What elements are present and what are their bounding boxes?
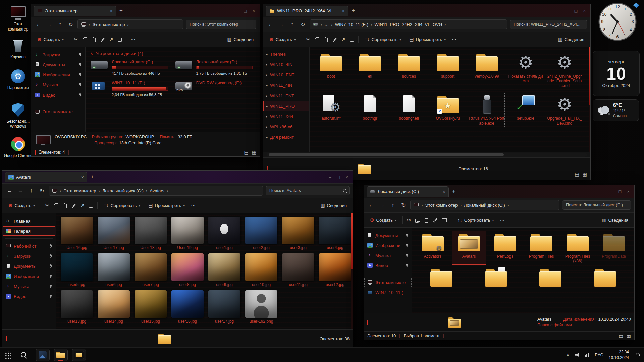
delete-icon[interactable] bbox=[88, 203, 93, 208]
expand-icon[interactable]: ▸ bbox=[266, 115, 268, 118]
file-item[interactable]: efi bbox=[352, 51, 388, 89]
file-item[interactable]: OVGorskiy.ru bbox=[430, 93, 466, 127]
copy-icon[interactable] bbox=[314, 37, 319, 42]
expand-icon[interactable]: ▸ bbox=[266, 73, 268, 77]
image-item[interactable]: user6.jpg bbox=[96, 253, 131, 287]
tree-item[interactable]: ▸WIN10_4IN bbox=[263, 59, 309, 70]
create-button[interactable]: ⊕ Создать ▾ bbox=[6, 202, 37, 209]
delete-icon[interactable] bbox=[349, 37, 354, 42]
image-item[interactable]: user13.jpg bbox=[59, 290, 94, 324]
up-button[interactable]: ↑ bbox=[288, 21, 296, 27]
crumb-segment[interactable]: Локальный диск (C:) bbox=[464, 203, 505, 208]
forward-button[interactable]: → bbox=[16, 188, 24, 194]
file-item[interactable]: sources bbox=[391, 51, 427, 89]
file-item[interactable]: bootmgr.efi bbox=[391, 93, 427, 127]
thumbnail-view-toggle[interactable]: ▦ bbox=[627, 333, 631, 339]
file-item[interactable]: Показать стиль диска bbox=[507, 51, 544, 89]
folder-item[interactable]: Activators bbox=[416, 231, 450, 265]
expand-icon[interactable]: ▸ bbox=[266, 125, 268, 129]
refresh-button[interactable]: ↻ bbox=[67, 21, 75, 28]
start-button[interactable] bbox=[4, 351, 11, 359]
up-button[interactable]: ↑ bbox=[27, 188, 35, 194]
cut-icon[interactable]: ✂ bbox=[74, 37, 78, 42]
image-item[interactable]: User 17.jpg bbox=[96, 217, 131, 250]
file-item[interactable]: 24H2_Online_Upgrade_Enabler_Script.cmd bbox=[546, 51, 583, 89]
sidebar-item-this-pc[interactable]: Этот компьюте bbox=[364, 277, 412, 287]
create-button[interactable]: ⊕ Создать ▾ bbox=[35, 36, 66, 43]
crumb-segment[interactable]: Этот компьютер bbox=[425, 203, 458, 208]
new-tab-button[interactable]: + bbox=[119, 7, 123, 14]
desktop-icon-this-pc[interactable]: Этот компьютер bbox=[3, 5, 33, 32]
details-pane-button[interactable]: ▥ Сведения bbox=[225, 37, 256, 42]
horizontal-scrollbar[interactable] bbox=[267, 153, 587, 157]
expand-icon[interactable]: ▸ bbox=[266, 104, 268, 108]
file-item[interactable]: Upgrade_Fail_FiX_Dev.cmd bbox=[546, 93, 583, 127]
image-item[interactable]: user15.jpg bbox=[133, 290, 168, 324]
volume-icon[interactable] bbox=[575, 353, 579, 357]
sidebar-item-this-pc[interactable]: Этот компьюте bbox=[31, 107, 85, 117]
sidebar-item-gallery[interactable]: Галерея bbox=[2, 226, 56, 236]
search-input[interactable] bbox=[510, 20, 587, 29]
maximize-button[interactable]: ◻ bbox=[574, 8, 578, 13]
crumb-segment[interactable]: Этот компьютер bbox=[63, 188, 96, 193]
details-view-toggle[interactable]: ▤ bbox=[244, 149, 249, 155]
folder-icon[interactable] bbox=[539, 267, 562, 288]
folder-icon[interactable] bbox=[430, 267, 453, 288]
search-input[interactable] bbox=[266, 186, 350, 195]
sidebar-item-videos[interactable]: Видео bbox=[364, 260, 412, 270]
sidebar-item-documents[interactable]: Документы bbox=[31, 60, 85, 70]
sidebar-item-documents[interactable]: Документы bbox=[2, 261, 56, 271]
view-button[interactable]: ▤ Просмотреть ▾ bbox=[146, 203, 187, 208]
copy-icon[interactable] bbox=[53, 203, 58, 208]
crumb-segment[interactable]: Локальный диск (C:) bbox=[102, 188, 144, 193]
image-item[interactable]: user14.jpg bbox=[96, 290, 131, 324]
close-tab-icon[interactable]: × bbox=[443, 189, 445, 194]
file-item[interactable]: bootmgr bbox=[352, 93, 388, 127]
expand-icon[interactable]: ▸ bbox=[266, 83, 268, 87]
new-tab-button[interactable]: + bbox=[352, 7, 355, 14]
sidebar-item-desktop[interactable]: Рабочий ст bbox=[2, 241, 56, 251]
drive-item-e[interactable]: WIN7_10_11 (E:) 2,34 ГБ свободно из 56,3… bbox=[90, 80, 171, 97]
share-icon[interactable]: ↗ bbox=[80, 203, 85, 208]
taskbar-clock[interactable]: 22:34 10.10.2024 bbox=[609, 349, 629, 360]
sidebar-item-pictures[interactable]: Изображени bbox=[2, 271, 56, 281]
more-options-icon[interactable]: ⋯ bbox=[452, 37, 457, 42]
vertical-scrollbar[interactable] bbox=[351, 213, 353, 329]
expand-icon[interactable]: ▸ bbox=[266, 52, 268, 56]
image-item[interactable]: user7.jpg bbox=[133, 253, 168, 287]
network-icon[interactable] bbox=[585, 353, 589, 357]
desktop-icon-chrome[interactable]: Google Chrome bbox=[3, 137, 33, 158]
image-item[interactable]: User 18.jpg bbox=[133, 217, 168, 250]
image-item[interactable]: user11.jpg bbox=[281, 253, 316, 287]
tree-item[interactable]: ▸WPI x86-x6 bbox=[263, 122, 309, 132]
create-button[interactable]: ⊕ Создать ▾ bbox=[267, 36, 298, 43]
view-button[interactable]: ▤ Просмотреть ▾ bbox=[407, 37, 448, 42]
language-indicator[interactable]: РУС bbox=[595, 353, 603, 357]
minimize-button[interactable]: – bbox=[329, 175, 331, 180]
section-header-devices[interactable]: ∧ Устройства и диски (4) bbox=[90, 51, 255, 56]
breadcrumb[interactable]: › Этот компьютер › Локальный диск (C:) ›… bbox=[49, 186, 263, 196]
refresh-button[interactable]: ↻ bbox=[399, 202, 408, 208]
share-icon[interactable]: ↗ bbox=[341, 37, 345, 42]
sidebar-item-downloads[interactable]: Загрузки bbox=[31, 50, 85, 60]
image-item[interactable]: user17.jpg bbox=[207, 290, 242, 324]
more-options-icon[interactable]: ⋯ bbox=[500, 218, 504, 222]
drive-item-d[interactable]: Локальный диск (D:) 1,75 ТБ свободно из … bbox=[175, 59, 255, 76]
sort-button[interactable]: ↑↓ Сортировать ▾ bbox=[455, 217, 496, 223]
crumb-segment[interactable]: WIN11_PRO_24H2_X64_VL_OVG bbox=[375, 22, 442, 27]
tree-item[interactable]: ▸WIN11_X64 bbox=[263, 111, 309, 122]
file-item[interactable]: Rufus v4.5 x64 Portable.exe bbox=[469, 93, 505, 127]
cut-icon[interactable]: ✂ bbox=[407, 218, 411, 222]
tab-this-pc[interactable]: Этот компьютер × bbox=[34, 6, 116, 16]
copy-icon[interactable] bbox=[82, 37, 87, 42]
new-tab-button[interactable]: + bbox=[91, 174, 94, 180]
create-button[interactable]: ⊕ Создать ▾ bbox=[368, 217, 398, 223]
details-view-toggle[interactable]: ▤ bbox=[575, 172, 579, 177]
expand-icon[interactable]: ▸ bbox=[266, 63, 268, 66]
copy-icon[interactable] bbox=[415, 218, 420, 223]
crumb-segment[interactable]: Avatars bbox=[150, 188, 164, 193]
sidebar-item-drive-e[interactable]: WIN7_10_11 ( bbox=[364, 287, 412, 297]
details-pane-button[interactable]: ▥ Сведения bbox=[600, 217, 630, 223]
forward-button[interactable]: → bbox=[45, 21, 53, 27]
refresh-button[interactable]: ↻ bbox=[38, 188, 46, 194]
